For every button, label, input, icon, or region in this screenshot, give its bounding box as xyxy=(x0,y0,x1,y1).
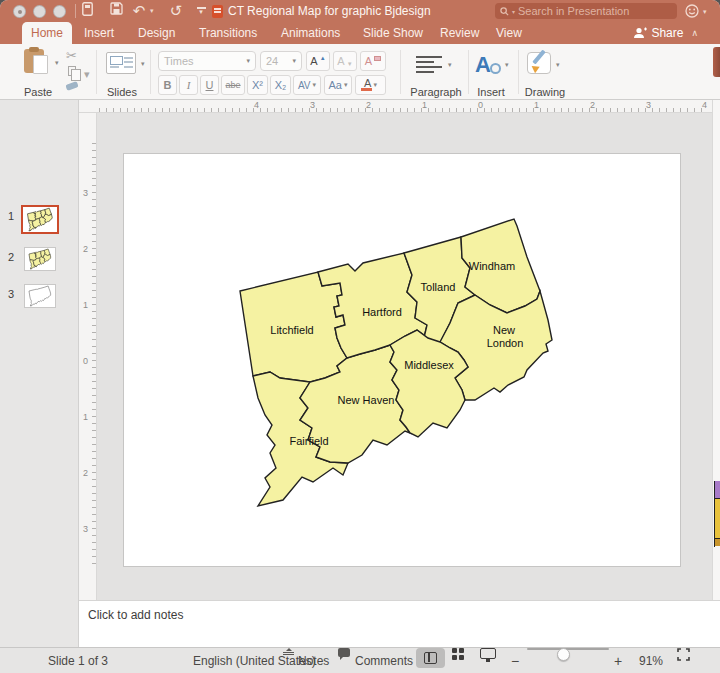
new-slide-icon[interactable] xyxy=(81,2,94,20)
ribbon-separator xyxy=(400,50,401,94)
document-title: CT Regional Map for graphic Bjdesign xyxy=(212,4,431,18)
zoom-level[interactable]: 91% xyxy=(639,654,663,668)
share-button[interactable]: Share ∧ xyxy=(633,22,698,44)
collapse-ribbon-icon[interactable]: ∧ xyxy=(691,28,698,38)
notes-toggle-icon[interactable] xyxy=(283,648,294,656)
redo-icon[interactable]: ↺ xyxy=(168,2,184,20)
insert-text-icon: A xyxy=(475,52,491,78)
shrink-font-button[interactable]: A▼ xyxy=(333,51,357,71)
strikethrough-button[interactable]: abe xyxy=(221,75,245,95)
tab-transitions[interactable]: Transitions xyxy=(199,22,257,44)
insert-caret-icon[interactable]: ▾ xyxy=(505,61,509,69)
paragraph-caret-icon[interactable]: ▾ xyxy=(448,61,452,69)
undo-icon[interactable]: ↶ xyxy=(131,2,147,20)
slide-show-button[interactable] xyxy=(480,648,496,659)
search-scope-caret-icon[interactable]: ▾ xyxy=(512,8,515,15)
drawing-caret-icon[interactable]: ▾ xyxy=(556,61,560,69)
paragraph-label: Paragraph xyxy=(408,86,464,98)
font-size-combo[interactable]: 24 ▾ xyxy=(260,51,302,71)
font-size-caret-icon[interactable]: ▾ xyxy=(292,57,296,65)
label-middlesex: Middlesex xyxy=(404,359,454,371)
ribbon: ▾ Paste ✂ ▾ ▾ Slides Times ▾ 24 ▾ A▲ A▼ … xyxy=(0,44,720,100)
notes-placeholder: Click to add notes xyxy=(88,608,183,622)
tab-home[interactable]: Home xyxy=(22,22,72,44)
horizontal-ruler: 4 3 2 1 0 1 2 3 4 xyxy=(79,100,712,113)
normal-view-icon xyxy=(424,652,437,664)
slide-1-thumbnail[interactable] xyxy=(21,205,59,234)
undo-caret-icon[interactable]: ▾ xyxy=(150,7,154,15)
zoom-slider-thumb[interactable] xyxy=(557,648,570,661)
font-name-caret-icon[interactable]: ▾ xyxy=(246,57,250,65)
slides-label: Slides xyxy=(103,86,141,98)
ribbon-tab-bar: Home Insert Design Transitions Animation… xyxy=(0,22,720,44)
clipboard-page-icon xyxy=(33,55,48,74)
font-color-swatch xyxy=(361,88,372,91)
comments-icon[interactable] xyxy=(338,648,350,657)
drawing-button[interactable] xyxy=(527,52,551,74)
slide-1-number: 1 xyxy=(8,210,14,222)
paragraph-lines-icon xyxy=(416,56,442,58)
notes-toggle-label[interactable]: Notes xyxy=(298,654,329,668)
zoom-out-button[interactable]: − xyxy=(511,653,519,669)
slide-2-number: 2 xyxy=(8,251,14,263)
titlebar-divider xyxy=(75,4,76,18)
titlebar: ↶ ▾ ↺ ▾ CT Regional Map for graphic Bjde… xyxy=(0,0,720,22)
search-icon xyxy=(500,7,509,16)
zoom-window-button[interactable] xyxy=(53,5,66,18)
insert-button[interactable]: A xyxy=(475,52,501,76)
insert-label: Insert xyxy=(474,86,508,98)
cut-button[interactable]: ✂ xyxy=(66,48,77,63)
italic-button[interactable]: I xyxy=(179,75,198,95)
format-painter-icon[interactable] xyxy=(65,81,78,91)
feedback-smiley-icon[interactable] xyxy=(685,4,699,18)
font-name-combo[interactable]: Times ▾ xyxy=(158,51,256,71)
slide-3-thumbnail[interactable] xyxy=(24,284,56,308)
character-spacing-button[interactable]: AV▾ xyxy=(293,75,321,95)
slide-2-thumbnail[interactable] xyxy=(24,247,56,271)
slides-caret-icon[interactable]: ▾ xyxy=(141,60,145,68)
superscript-button[interactable]: X² xyxy=(247,75,268,95)
insert-shape-icon xyxy=(490,63,501,74)
vertical-scrollbar[interactable] xyxy=(712,100,720,647)
feedback-caret-icon[interactable]: ▾ xyxy=(703,8,707,16)
fit-slide-to-window-icon[interactable] xyxy=(677,648,690,661)
comments-label[interactable]: Comments xyxy=(355,654,413,668)
normal-view-button[interactable] xyxy=(416,648,445,668)
underline-button[interactable]: U xyxy=(200,75,219,95)
more-toolbar-commands-icon[interactable]: ▾ xyxy=(195,2,207,20)
slide-sorter-view-button[interactable] xyxy=(452,648,465,661)
font-color-button[interactable]: A▾ xyxy=(355,75,386,95)
grow-font-button[interactable]: A▲ xyxy=(306,51,330,71)
paste-caret-icon[interactable]: ▾ xyxy=(55,59,59,67)
ribbon-separator xyxy=(96,50,97,94)
minimize-window-button[interactable] xyxy=(33,5,46,18)
copy-caret-icon[interactable]: ▾ xyxy=(84,68,90,81)
tab-animations[interactable]: Animations xyxy=(281,22,340,44)
bold-button[interactable]: B xyxy=(158,75,177,95)
paragraph-button[interactable] xyxy=(416,56,442,72)
offscreen-ribbon-widget xyxy=(713,47,720,77)
tab-review[interactable]: Review xyxy=(440,22,479,44)
tab-slide-show[interactable]: Slide Show xyxy=(363,22,423,44)
ribbon-separator xyxy=(468,50,469,94)
notes-pane[interactable]: Click to add notes xyxy=(79,600,720,647)
search-input[interactable] xyxy=(518,5,658,17)
offscreen-pencil-object xyxy=(714,481,720,547)
clear-formatting-button[interactable]: A xyxy=(360,51,386,71)
ct-county-map[interactable]: Litchfield Hartford Tolland Windham New … xyxy=(233,211,563,511)
paste-label: Paste xyxy=(14,86,62,98)
paste-button[interactable] xyxy=(24,47,50,77)
tab-view[interactable]: View xyxy=(496,22,522,44)
tab-design[interactable]: Design xyxy=(138,22,175,44)
slide-counter: Slide 1 of 3 xyxy=(48,654,108,668)
save-icon[interactable] xyxy=(109,2,123,20)
change-case-button[interactable]: Aa▾ xyxy=(324,75,352,95)
search-field[interactable]: ▾ xyxy=(495,3,677,19)
zoom-in-button[interactable]: + xyxy=(614,653,622,669)
new-slide-button[interactable] xyxy=(106,52,136,74)
close-window-button[interactable] xyxy=(13,5,26,18)
drawing-label: Drawing xyxy=(522,86,568,98)
subscript-button[interactable]: X₂ xyxy=(270,75,291,95)
copy-icon[interactable] xyxy=(68,66,76,76)
tab-insert[interactable]: Insert xyxy=(84,22,114,44)
